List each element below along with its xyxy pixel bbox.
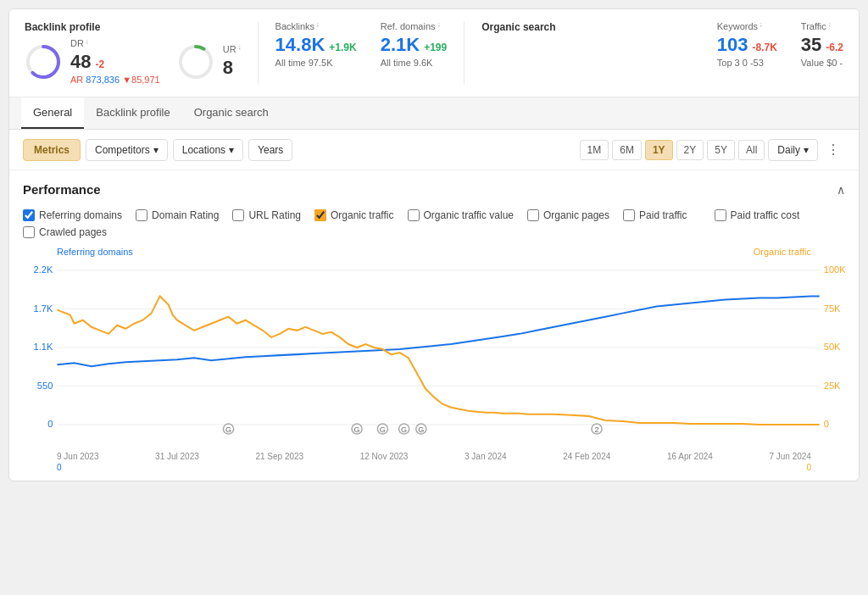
- more-options-button[interactable]: ⋮: [821, 138, 845, 161]
- chart-bottom-right: 0: [806, 463, 811, 472]
- period-5y[interactable]: 5Y: [707, 140, 735, 160]
- svg-text:75K: 75K: [824, 303, 841, 314]
- checkbox-url-rating[interactable]: URL Rating: [232, 209, 301, 221]
- controls-row: Metrics Competitors ▾ Locations ▾ Years …: [9, 130, 859, 170]
- period-6m[interactable]: 6M: [612, 140, 642, 160]
- ur-stat: UR ⁱ 8: [177, 38, 241, 85]
- svg-text:50K: 50K: [824, 342, 841, 352]
- performance-title: Performance: [23, 182, 101, 197]
- x-label-1: 9 Jun 2023: [57, 452, 99, 461]
- period-2y[interactable]: 2Y: [676, 140, 704, 160]
- locations-button[interactable]: Locations ▾: [173, 139, 243, 161]
- tab-backlink-profile[interactable]: Backlink profile: [84, 97, 181, 129]
- performance-chart: 2.2K 1.7K 1.1K 550 0 100K 75K 50K 25K 0: [23, 262, 845, 450]
- tab-organic-search[interactable]: Organic search: [182, 97, 281, 129]
- daily-chevron-icon: ▾: [804, 144, 809, 156]
- checkboxes-row: Referring domains Domain Rating URL Rati…: [9, 203, 859, 247]
- dr-value: 48 -2: [70, 51, 160, 73]
- svg-text:G: G: [380, 425, 386, 434]
- chart-right-label: Organic traffic: [754, 247, 811, 257]
- x-axis-labels: 9 Jun 2023 31 Jul 2023 21 Sep 2023 12 No…: [23, 450, 845, 461]
- years-button[interactable]: Years: [248, 139, 292, 161]
- dr-stat: DR ⁱ 48 -2 AR 873,836 ▼85,971: [25, 38, 160, 85]
- x-label-7: 16 Apr 2024: [667, 452, 713, 461]
- checkbox-crawled-pages[interactable]: Crawled pages: [23, 226, 107, 238]
- svg-text:550: 550: [37, 381, 53, 391]
- backlinks-info-icon[interactable]: ⁱ: [317, 22, 319, 31]
- checkbox-paid-traffic[interactable]: Paid traffic: [623, 209, 687, 221]
- organic-search-title: Organic search: [481, 21, 555, 33]
- dr-circle: [25, 43, 62, 81]
- svg-text:G: G: [354, 425, 360, 434]
- x-label-2: 31 Jul 2023: [155, 452, 199, 461]
- ur-circle: [177, 43, 214, 81]
- ref-domains-info-icon[interactable]: ⁱ: [438, 22, 440, 31]
- ur-info-icon[interactable]: ⁱ: [239, 45, 241, 54]
- period-all[interactable]: All: [738, 140, 765, 160]
- traffic-info-icon[interactable]: ⁱ: [829, 22, 831, 31]
- svg-point-2: [181, 47, 211, 77]
- locations-chevron-icon: ▾: [229, 144, 234, 156]
- period-1y[interactable]: 1Y: [645, 140, 673, 160]
- x-label-4: 12 Nov 2023: [360, 452, 409, 461]
- traffic-stat: Traffic ⁱ 35 -6.2 Value $0 -: [801, 21, 843, 85]
- x-label-8: 7 Jun 2024: [769, 452, 811, 461]
- backlink-profile-title: Backlink profile: [25, 21, 241, 33]
- dr-label: DR ⁱ: [70, 38, 160, 48]
- referring-domains-line: [57, 296, 819, 366]
- svg-text:0: 0: [824, 419, 829, 429]
- dr-ar: AR 873,836 ▼85,971: [70, 75, 160, 85]
- backlinks-stat: Backlinks ⁱ 14.8K +1.9K All time 97.5K: [275, 21, 357, 85]
- checkbox-paid-traffic-cost[interactable]: Paid traffic cost: [715, 209, 800, 221]
- period-controls: 1M 6M 1Y 2Y 5Y All Daily ▾ ⋮: [580, 138, 845, 161]
- tabs-bar: General Backlink profile Organic search: [9, 97, 859, 130]
- svg-text:0: 0: [47, 419, 53, 429]
- svg-text:G: G: [418, 425, 424, 434]
- svg-text:1.7K: 1.7K: [34, 303, 53, 314]
- ref-domains-stat: Ref. domains ⁱ 2.1K +199 All time 9.6K: [381, 21, 448, 85]
- x-label-5: 3 Jan 2024: [465, 452, 507, 461]
- ur-value: 8: [223, 57, 241, 79]
- svg-text:25K: 25K: [824, 381, 841, 391]
- daily-button[interactable]: Daily ▾: [768, 139, 818, 161]
- chart-left-label: Referring domains: [57, 247, 133, 257]
- svg-text:2: 2: [594, 425, 598, 434]
- performance-section: Performance ∧ Referring domains Domain R…: [9, 170, 859, 481]
- dr-info-icon[interactable]: ⁱ: [86, 39, 88, 48]
- svg-text:100K: 100K: [824, 264, 845, 275]
- metrics-button[interactable]: Metrics: [23, 139, 81, 161]
- checkbox-organic-pages[interactable]: Organic pages: [527, 209, 609, 221]
- chart-area: Referring domains Organic traffic 2.2K 1…: [9, 247, 859, 481]
- chart-bottom-left: 0: [57, 463, 62, 472]
- svg-text:1.1K: 1.1K: [34, 342, 53, 352]
- period-1m[interactable]: 1M: [580, 140, 609, 160]
- checkbox-organic-traffic[interactable]: Organic traffic: [314, 209, 393, 221]
- competitors-button[interactable]: Competitors ▾: [86, 139, 168, 161]
- competitors-chevron-icon: ▾: [153, 144, 159, 156]
- checkbox-referring-domains[interactable]: Referring domains: [23, 209, 122, 221]
- chart-legends: Referring domains Organic traffic: [57, 247, 811, 260]
- checkbox-organic-traffic-value[interactable]: Organic traffic value: [408, 209, 515, 221]
- ur-label: UR ⁱ: [223, 44, 241, 54]
- keywords-info-icon[interactable]: ⁱ: [760, 22, 762, 31]
- keywords-stat: Keywords ⁱ 103 -8.7K Top 3 0 -53: [717, 21, 777, 85]
- x-label-3: 21 Sep 2023: [255, 452, 303, 461]
- x-label-6: 24 Feb 2024: [563, 452, 610, 461]
- checkbox-domain-rating[interactable]: Domain Rating: [136, 209, 219, 221]
- svg-text:G: G: [225, 425, 231, 434]
- collapse-button[interactable]: ∧: [837, 183, 845, 197]
- svg-text:2.2K: 2.2K: [34, 264, 53, 275]
- tab-general[interactable]: General: [21, 97, 84, 129]
- svg-text:G: G: [401, 425, 407, 434]
